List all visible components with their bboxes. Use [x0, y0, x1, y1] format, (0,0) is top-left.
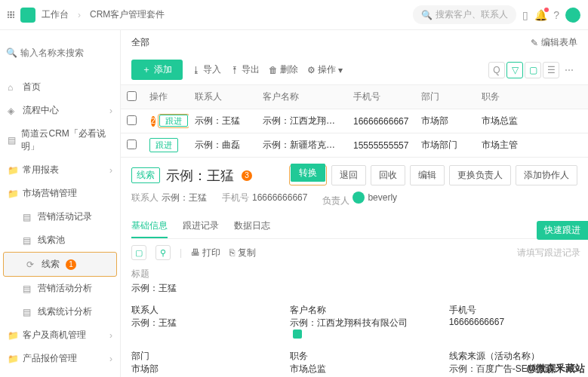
- table-row[interactable]: 2 跟进 示例：王猛 示例：江西龙翔科技 16666666667 市场部 市场总…: [121, 109, 588, 133]
- detail-button[interactable]: 添加协作人: [516, 165, 577, 185]
- sidebar-item[interactable]: ⌂首页: [0, 75, 120, 99]
- info-field: 职务市场总监: [290, 350, 418, 375]
- sidebar-search[interactable]: 🔍 + 新建: [0, 30, 120, 75]
- col-header: 客户名称: [257, 86, 347, 108]
- meta-item: 负责人beverly: [322, 192, 397, 207]
- col-header: 职务: [476, 86, 588, 108]
- view-icon[interactable]: ▢: [525, 62, 541, 78]
- breadcrumb-item[interactable]: CRM客户管理套件: [90, 8, 165, 21]
- sidebar-icon: 📁: [8, 188, 18, 199]
- sidebar-item[interactable]: ▤营销活动记录: [0, 205, 120, 228]
- detail-button[interactable]: 编辑: [410, 165, 445, 185]
- row-checkbox[interactable]: [127, 115, 137, 125]
- info-field: 联系人示例：王猛: [131, 304, 260, 341]
- convert-button[interactable]: 转换: [291, 164, 325, 182]
- select-all-checkbox[interactable]: [127, 91, 137, 101]
- sidebar-icon: 📁: [8, 165, 18, 176]
- cell: 市场部门: [415, 134, 476, 156]
- col-header: 部门: [415, 86, 476, 108]
- chevron-icon: ›: [109, 354, 112, 364]
- copy-button[interactable]: ⎘ 复制: [229, 247, 255, 259]
- sidebar-item[interactable]: ▤线索池: [0, 228, 120, 252]
- avatar[interactable]: [565, 8, 580, 23]
- table-row[interactable]: 跟进 示例：曲磊 示例：新疆塔克水果 15555555557 市场部门 市场主管: [121, 133, 588, 158]
- cell: 市场主管: [476, 134, 588, 156]
- cell: 市场部: [415, 110, 476, 132]
- detail-tab[interactable]: 跟进记录: [183, 215, 219, 238]
- detail-button[interactable]: 更换负责人: [449, 165, 511, 185]
- sidebar: 🔍 + 新建 ⌂首页◈流程中心›▤简道云CRM「必看说明」📁常用报表›📁市场营销…: [0, 30, 121, 377]
- sidebar-item[interactable]: ▤营销活动分析: [0, 277, 120, 300]
- help-icon[interactable]: ?: [553, 9, 559, 21]
- sidebar-icon: ▤: [8, 135, 17, 146]
- field-label: 标题: [131, 268, 577, 280]
- meta-item: 手机号16666666667: [222, 192, 307, 207]
- delete-button[interactable]: 🗑 删除: [269, 63, 298, 76]
- columns-icon[interactable]: ☰: [543, 62, 559, 78]
- print-button[interactable]: 🖶 打印: [191, 247, 220, 259]
- col-header: 操作: [143, 86, 189, 108]
- detail-button[interactable]: 回收: [371, 165, 405, 185]
- sidebar-item[interactable]: 📁产品报价管理›: [0, 347, 120, 370]
- sidebar-item[interactable]: ⟳线索1: [3, 252, 117, 277]
- import-button[interactable]: ⭳ 导入: [192, 63, 221, 76]
- avatar-icon: [352, 192, 365, 204]
- sidebar-label: 线索统计分析: [38, 305, 92, 318]
- detail-title: 示例：王猛: [166, 167, 234, 185]
- step-badge-3: 3: [242, 170, 252, 181]
- detail-tab[interactable]: 基础信息: [131, 215, 168, 238]
- fast-follow-button[interactable]: 快速跟进: [537, 221, 588, 240]
- sidebar-item[interactable]: 📁常用报表›: [0, 158, 120, 182]
- sidebar-icon: 📁: [8, 330, 18, 341]
- step-badge: 2: [151, 116, 155, 127]
- data-table: 操作 联系人 客户名称 手机号 部门 职务 2 跟进 示例：王猛 示例：江西龙翔…: [121, 84, 588, 158]
- sidebar-icon: ⌂: [8, 82, 18, 93]
- sidebar-icon: ⟳: [26, 259, 37, 270]
- bell-icon[interactable]: 🔔: [534, 9, 547, 21]
- lead-tag: 线索: [131, 167, 160, 183]
- global-search[interactable]: 🔍 搜索客户、联系人: [413, 5, 516, 24]
- col-header: 联系人: [189, 86, 257, 108]
- sidebar-search-input[interactable]: [20, 48, 121, 58]
- sidebar-item[interactable]: ▤线索统计分析: [0, 300, 120, 323]
- tab-all[interactable]: 全部: [131, 36, 149, 49]
- toolbar: ＋ 添加 ⭳ 导入 ⭱ 导出 🗑 删除 ⚙ 操作 ▾ Q ▽ ▢ ☰ ⋯: [121, 55, 588, 84]
- follow-button[interactable]: 跟进: [159, 115, 188, 127]
- sidebar-item[interactable]: ◈流程中心›: [0, 99, 120, 122]
- sidebar-label: 流程中心: [23, 104, 59, 117]
- logo-icon[interactable]: [20, 8, 35, 23]
- sidebar-label: 首页: [23, 81, 41, 93]
- breadcrumb-item[interactable]: 工作台: [42, 8, 69, 21]
- detail-panel: 线索 示例：王猛 3 转换退回回收编辑更换负责人添加协作人 联系人示例：王猛手机…: [121, 158, 588, 377]
- sidebar-label: 营销活动记录: [38, 210, 92, 223]
- search-chip[interactable]: Q: [488, 62, 505, 78]
- follow-button[interactable]: 跟进: [149, 138, 178, 152]
- share-icon[interactable]: ▢: [131, 245, 146, 260]
- row-checkbox[interactable]: [127, 139, 137, 149]
- sidebar-label: 常用报表: [23, 164, 59, 176]
- add-button[interactable]: ＋ 添加: [131, 60, 183, 80]
- filter-icon[interactable]: ▽: [506, 62, 523, 78]
- edit-form-link[interactable]: ✎ 编辑表单: [531, 36, 577, 49]
- sidebar-label: 产品报价管理: [23, 352, 77, 365]
- search-placeholder: 搜索客户、联系人: [436, 8, 508, 21]
- sidebar-icon: ◈: [8, 106, 18, 116]
- book-icon[interactable]: ▯: [522, 9, 528, 21]
- chevron-icon: ›: [109, 330, 112, 341]
- field-value: 示例：王猛: [131, 282, 577, 295]
- info-field: 手机号16666666667: [449, 304, 577, 341]
- sidebar-label: 市场营销管理: [23, 187, 77, 200]
- apps-icon[interactable]: [8, 11, 14, 18]
- detail-tab[interactable]: 数据日志: [234, 215, 270, 238]
- export-button[interactable]: ⭱ 导出: [230, 63, 260, 76]
- search-icon: 🔍: [6, 48, 17, 58]
- sidebar-item[interactable]: 📁市场营销管理: [0, 182, 120, 205]
- sidebar-item[interactable]: 📁合同/回款/开票管理›: [0, 370, 120, 377]
- sidebar-item[interactable]: ▤简道云CRM「必看说明」: [0, 122, 120, 158]
- breadcrumb-sep: ›: [78, 10, 81, 20]
- more-icon[interactable]: ⋯: [561, 62, 577, 78]
- link-icon[interactable]: ⚲: [155, 245, 171, 260]
- sidebar-item[interactable]: 📁客户及商机管理›: [0, 323, 120, 347]
- operate-button[interactable]: ⚙ 操作 ▾: [307, 63, 343, 76]
- detail-button[interactable]: 退回: [331, 165, 366, 185]
